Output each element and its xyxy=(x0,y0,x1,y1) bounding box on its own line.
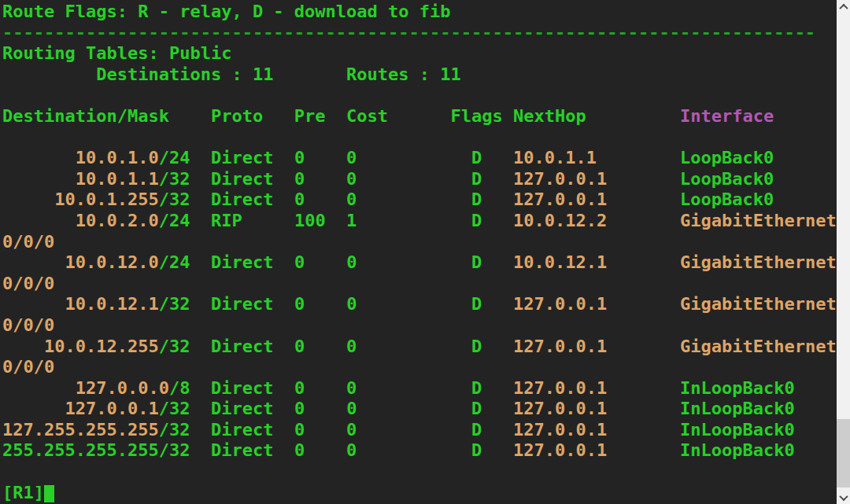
route-row: 10.0.2.0/24 RIP 100 1 D 10.0.12.2 Gigabi… xyxy=(2,211,837,232)
route-row: 255.255.255.255/32 Direct 0 0 D 127.0.0.… xyxy=(2,440,837,462)
route-row-wrap: 0/0/0 xyxy=(2,357,837,378)
scrollbar-thumb[interactable] xyxy=(837,419,850,487)
route-row-wrap: 0/0/0 xyxy=(2,315,837,337)
blank-line xyxy=(2,85,837,106)
table-header-line: Destination/Mask Proto Pre Cost Flags Ne… xyxy=(2,106,837,127)
route-row: 10.0.12.255/32 Direct 0 0 D 127.0.0.1 Gi… xyxy=(2,337,837,358)
route-row: 10.0.1.1/32 Direct 0 0 D 127.0.0.1 LoopB… xyxy=(2,169,837,190)
summary-line: Destinations : 11 Routes : 11 xyxy=(2,64,837,86)
route-row: 127.0.0.0/8 Direct 0 0 D 127.0.0.1 InLoo… xyxy=(2,378,837,399)
text-cursor[interactable] xyxy=(44,485,54,502)
route-row: 127.255.255.255/32 Direct 0 0 D 127.0.0.… xyxy=(2,420,837,441)
scrollbar-track[interactable] xyxy=(837,13,850,491)
route-row: 10.0.12.1/32 Direct 0 0 D 127.0.0.1 Giga… xyxy=(2,294,837,315)
terminal-output: Route Flags: R - relay, D - download to … xyxy=(0,0,837,504)
route-row: 10.0.1.255/32 Direct 0 0 D 127.0.0.1 Loo… xyxy=(2,189,837,211)
route-row: 10.0.12.0/24 Direct 0 0 D 10.0.12.1 Giga… xyxy=(2,252,837,274)
chevron-down-icon xyxy=(839,491,848,500)
route-row: 127.0.0.1/32 Direct 0 0 D 127.0.0.1 InLo… xyxy=(2,399,837,420)
scrollbar[interactable] xyxy=(837,0,850,504)
terminal-window: Route Flags: R - relay, D - download to … xyxy=(0,0,850,504)
routing-tables-line: Routing Tables: Public xyxy=(2,43,837,64)
route-flags-line: Route Flags: R - relay, D - download to … xyxy=(2,2,837,23)
route-row-wrap: 0/0/0 xyxy=(2,274,837,295)
scroll-down-button[interactable] xyxy=(837,491,850,504)
route-row: 10.0.1.0/24 Direct 0 0 D 10.0.1.1 LoopBa… xyxy=(2,148,837,169)
separator-line: ----------------------------------------… xyxy=(2,23,837,44)
blank-line xyxy=(2,127,837,149)
prompt-line: [R1] xyxy=(2,483,837,504)
scroll-up-button[interactable] xyxy=(837,0,850,13)
chevron-up-icon xyxy=(839,3,848,12)
blank-line xyxy=(2,462,837,483)
cli-prompt: [R1] xyxy=(2,483,44,502)
route-row-wrap: 0/0/0 xyxy=(2,232,837,253)
